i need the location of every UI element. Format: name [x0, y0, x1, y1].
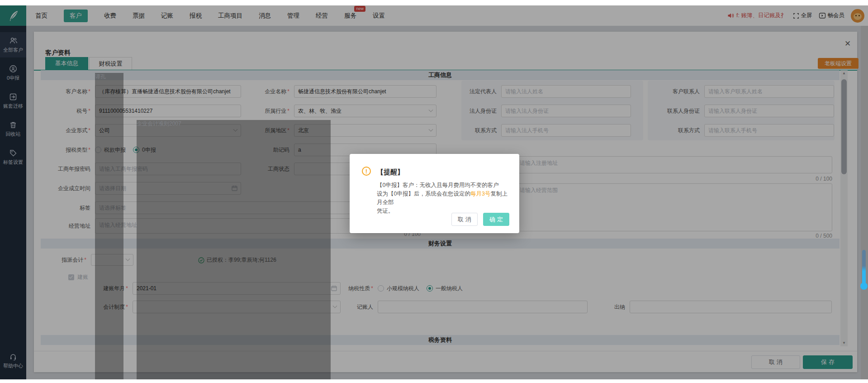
reminder-modal: ! 【提醒】 【0申报】客户：无收入且每月费用均不变的客户 设为【0申报】后，系… — [350, 154, 519, 233]
warning-icon: ! — [362, 167, 371, 176]
thermometer-widget[interactable] — [862, 250, 866, 292]
top-white-strip — [0, 0, 868, 5]
app-root: 首页 客户 收费 票据 记账 报税 工商项目 消息 管理 经营 服务new 设置… — [0, 0, 868, 383]
modal-title: 【提醒】 — [377, 168, 404, 177]
modal-buttons: 取消 确定 — [451, 213, 509, 226]
bottom-white-strip — [0, 379, 868, 383]
thermometer-stem — [862, 250, 866, 285]
modal-body: 【0申报】客户：无收入且每月费用均不变的客户 设为【0申报】后，系统会在您设定的… — [377, 181, 511, 215]
highlight-monthly-3rd: 每月3号 — [470, 191, 490, 197]
modal-ok-button[interactable]: 确定 — [483, 213, 509, 226]
modal-cancel-button[interactable]: 取消 — [451, 213, 478, 226]
thermometer-bulb — [860, 282, 868, 290]
